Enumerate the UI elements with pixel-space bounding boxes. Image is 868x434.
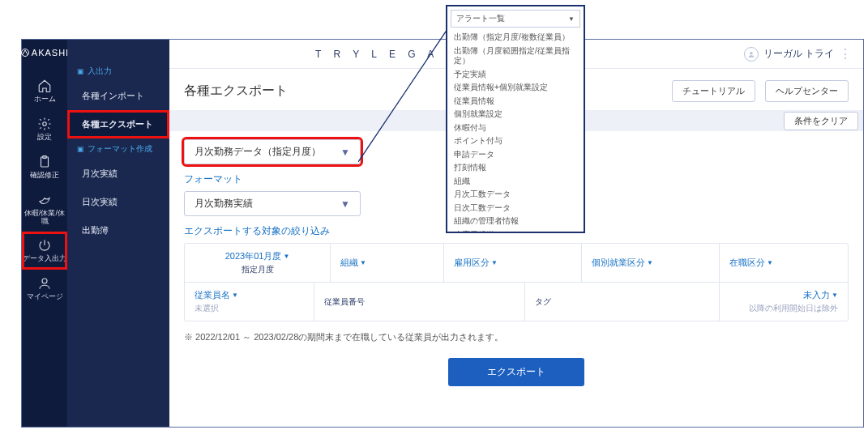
dropdown-option[interactable]: 個別就業設定 — [447, 108, 584, 121]
dropdown-option[interactable]: 従業員情報+個別就業設定 — [447, 81, 584, 95]
side-section-io: 入出力 — [67, 61, 169, 82]
bird-icon — [37, 193, 52, 207]
svg-point-1 — [43, 122, 47, 126]
filter-org[interactable]: 組織▼ — [331, 244, 444, 282]
filter-month[interactable]: 2023年01月度▼ 指定月度 — [185, 244, 331, 282]
dropdown-option[interactable]: 予定実績 — [447, 68, 584, 82]
dropdown-option[interactable]: 組織 — [447, 175, 584, 189]
side-item-daily[interactable]: 日次実績 — [67, 188, 169, 216]
rail-label: 休暇/休業/休職 — [22, 210, 67, 226]
kebab-icon: ⋮ — [839, 46, 852, 62]
export-note: ※ 2022/12/01 ～ 2023/02/28の期間末まで在職している従業員… — [184, 331, 849, 343]
caret-down-icon: ▼ — [568, 15, 575, 23]
filter-table: 2023年01月度▼ 指定月度 組織▼ 雇用区分▼ 個別就業区分▼ 在職区分▼ … — [184, 243, 849, 321]
svg-point-5 — [750, 52, 752, 54]
caret-down-icon: ▼ — [340, 147, 350, 158]
dropdown-callout: アラート一覧 ▼ 出勤簿（指定月度/複数従業員）出勤簿（月度範囲指定/従業員指定… — [446, 5, 585, 233]
dropdown-option[interactable]: 組織の管理者情報 — [447, 215, 584, 228]
help-button[interactable]: ヘルプセンター — [765, 80, 849, 102]
format-select[interactable]: 月次勤務実績 ▼ — [184, 191, 361, 216]
format-value: 月次勤務実績 — [195, 197, 253, 211]
filter-tag[interactable]: タグ — [525, 283, 720, 321]
avatar-icon — [744, 47, 759, 62]
data-type-value: 月次勤務データ（指定月度） — [195, 145, 321, 159]
rail-mypage[interactable]: マイページ — [22, 270, 67, 308]
side-item-import[interactable]: 各種インポート — [67, 82, 169, 110]
user-icon — [37, 276, 52, 291]
filter-emp-name[interactable]: 従業員名▼ 未選択 — [185, 283, 314, 321]
dropdown-selected: アラート一覧 — [456, 13, 505, 24]
rail-label: マイページ — [27, 293, 63, 301]
dropdown-option[interactable]: 打刻情報 — [447, 161, 584, 175]
logo: AKASHI — [20, 48, 69, 57]
rail-label: データ入出力 — [23, 255, 66, 263]
filter-uninput[interactable]: 未入力▼ 以降の利用開始日は除外 — [720, 283, 848, 321]
filter-status[interactable]: 在職区分▼ — [720, 244, 848, 282]
clipboard-icon — [37, 155, 52, 169]
user-menu[interactable]: リーガル トライ ⋮ — [733, 46, 863, 62]
side-item-export[interactable]: 各種エクスポート — [67, 110, 169, 138]
dropdown-list: 出勤簿（指定月度/複数従業員）出勤簿（月度範囲指定/従業員指定）予定実績従業員情… — [447, 31, 584, 232]
filter-work-type[interactable]: 個別就業区分▼ — [582, 244, 720, 282]
filter-emp-no[interactable]: 従業員番号 — [314, 283, 525, 321]
rail-leave[interactable]: 休暇/休業/休職 — [22, 186, 67, 232]
rail-label: ホーム — [34, 96, 56, 104]
tutorial-button[interactable]: チュートリアル — [672, 80, 755, 102]
dropdown-option[interactable]: 月次工数データ — [447, 188, 584, 202]
side-item-attendance[interactable]: 出勤簿 — [67, 216, 169, 245]
rail-label: 確認修正 — [30, 172, 59, 180]
user-name: リーガル トライ — [763, 47, 834, 61]
dropdown-option[interactable]: 改廃用組織 — [447, 228, 584, 232]
rail-data-io[interactable]: データ入出力 — [22, 232, 67, 270]
rail-settings[interactable]: 設定 — [22, 110, 67, 148]
dropdown-option[interactable]: 出勤簿（指定月度/複数従業員） — [447, 31, 584, 45]
dropdown-option[interactable]: 出勤簿（月度範囲指定/従業員指定） — [447, 45, 584, 68]
rail-label: 設定 — [37, 134, 52, 142]
rail-confirm[interactable]: 確認修正 — [22, 148, 67, 186]
dropdown-option[interactable]: 従業員情報 — [447, 95, 584, 108]
svg-point-4 — [42, 279, 47, 283]
side-item-monthly[interactable]: 月次実績 — [67, 160, 169, 188]
filter-emp-type[interactable]: 雇用区分▼ — [444, 244, 582, 282]
export-button[interactable]: エクスポート — [448, 358, 584, 386]
power-icon — [37, 238, 52, 253]
dropdown-select[interactable]: アラート一覧 ▼ — [451, 10, 580, 28]
gear-icon — [37, 117, 52, 131]
dropdown-option[interactable]: 申請データ — [447, 148, 584, 162]
dropdown-option[interactable]: 休暇付与 — [447, 121, 584, 135]
page-title: 各種エクスポート — [184, 83, 662, 100]
caret-down-icon: ▼ — [340, 198, 350, 210]
data-type-select[interactable]: 月次勤務データ（指定月度） ▼ — [184, 139, 361, 164]
rail-home[interactable]: ホーム — [22, 72, 67, 110]
dropdown-option[interactable]: ポイント付与 — [447, 134, 584, 148]
dropdown-option[interactable]: 日次工数データ — [447, 202, 584, 215]
clear-button[interactable]: 条件をクリア — [784, 112, 858, 130]
side-section-format: フォーマット作成 — [67, 138, 169, 160]
home-icon — [37, 79, 52, 93]
